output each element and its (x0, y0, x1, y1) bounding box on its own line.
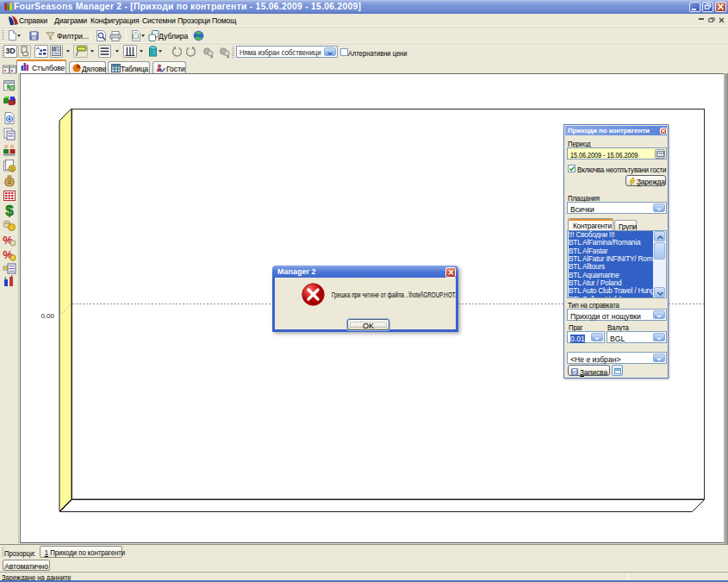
svg-text:$: $ (5, 203, 14, 217)
